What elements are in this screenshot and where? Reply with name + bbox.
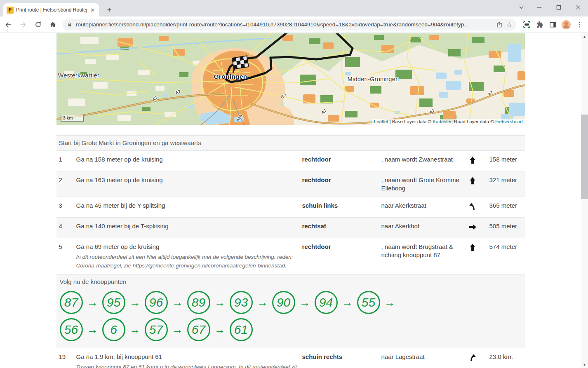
table-row: 19 Ga na 1.9 km. bij knooppunt 61 Tussen… [56, 348, 525, 368]
step-direction: schuin rechts [300, 353, 379, 368]
step-number: 3 [56, 202, 76, 213]
step-number: 5 [56, 243, 76, 270]
share-icon[interactable] [496, 21, 503, 28]
step-number: 1 [56, 155, 76, 167]
tab-search-chevron-icon[interactable] [515, 2, 527, 13]
step-direction: rechtdoor [300, 155, 379, 167]
knooppunt-badge: 56 [60, 318, 83, 341]
step-description: Ga na 163 meter op de kruising [76, 176, 300, 192]
capture-extension-icon[interactable] [520, 19, 533, 31]
straight-up-arrow-icon [468, 155, 487, 167]
step-number: 2 [56, 176, 76, 192]
route-directions-table: Start bij Grote Markt in Groningen en ga… [56, 135, 525, 368]
scroll-up-icon[interactable]: ▲ [581, 33, 588, 40]
window-minimize-icon[interactable] [533, 2, 546, 13]
step-description: Ga na 45 meter bij de Y-splitsing [76, 202, 300, 213]
step-street: , naam wordt Grote Kromme Elleboog [379, 176, 468, 192]
browser-tab[interactable]: F Print route | Fietsersbond Routep ✕ [3, 3, 99, 16]
step-number: 19 [56, 353, 76, 368]
window-maximize-icon[interactable] [553, 2, 565, 13]
kebab-menu-icon[interactable] [573, 19, 586, 31]
bear-left-arrow-icon [468, 202, 487, 213]
side-panel-icon[interactable] [547, 19, 559, 31]
arrow-right-icon: → [129, 297, 141, 308]
knooppunt-badge: 55 [357, 291, 380, 314]
scrollbar-thumb[interactable] [581, 115, 588, 199]
turn-right-arrow-icon [468, 222, 487, 234]
step-street: , naam wordt Zwanestraat [379, 155, 468, 167]
favicon: F [7, 7, 14, 14]
route-map[interactable]: Westerkwartier Groningen Midden-Groninge… [56, 33, 525, 125]
step-street: , naam wordt Brugstraat & richting knoop… [379, 243, 468, 270]
table-row: 1 Ga na 158 meter op de kruising rechtdo… [56, 150, 525, 171]
tab-title: Print route | Fietsersbond Routep [16, 7, 87, 13]
map-label-westerkwartier: Westerkwartier [58, 72, 100, 79]
knooppunten-section: Volg nu de knooppunten 87 → 95 → 96 → 89… [56, 274, 525, 348]
tab-strip: F Print route | Fietsersbond Routep ✕ + [0, 0, 588, 16]
knooppunt-badge: 95 [102, 291, 125, 314]
leaflet-link[interactable]: Leaflet [374, 119, 388, 124]
knooppunten-row: 87 → 95 → 96 → 89 → 93 → 90 → 94 → 55 → [60, 291, 522, 314]
step-distance: 158 meter [487, 155, 525, 167]
step-distance: 505 meter [487, 222, 525, 234]
arrow-right-icon: → [87, 324, 98, 335]
tab-close-icon[interactable]: ✕ [89, 7, 96, 13]
url-bar[interactable]: routeplanner.fietsersbond.nl/placeholder… [63, 19, 516, 30]
url-text[interactable]: routeplanner.fietsersbond.nl/placeholder… [76, 21, 492, 28]
knooppunt-badge: 6 [102, 318, 125, 341]
arrow-right-icon: → [172, 324, 183, 335]
knooppunten-row: 56 → 6 → 57 → 67 → 61 [60, 318, 522, 341]
new-tab-button[interactable]: + [104, 5, 115, 15]
bookmark-star-icon[interactable]: ☆ [506, 21, 512, 28]
map-label-groningen: Groningen [214, 73, 247, 80]
step-distance: 321 meter [487, 176, 525, 192]
arrow-right-icon: → [214, 297, 226, 308]
map-label-midden-groningen: Midden-Groningen [348, 76, 399, 82]
map-canvas[interactable] [56, 33, 525, 125]
map-attribution: Leaflet | Base Layer data © Kadaster, Ro… [372, 119, 525, 125]
fietsersbond-link[interactable]: Fietsersbond [495, 119, 522, 124]
knooppunt-badge: 94 [315, 291, 338, 314]
step-number: 4 [56, 222, 76, 234]
extensions-puzzle-icon[interactable] [534, 19, 546, 31]
knooppunt-badge: 57 [145, 318, 168, 341]
forward-icon[interactable] [16, 18, 30, 31]
knooppunt-badge: 90 [272, 291, 295, 314]
step-street: naar Akerkstraat [379, 202, 468, 213]
back-icon[interactable] [2, 18, 15, 31]
step-note: In dit routeonderdeel zit een Niet altij… [76, 253, 300, 270]
window-close-icon[interactable] [572, 2, 584, 13]
table-row: 3 Ga na 45 meter bij de Y-splitsing schu… [56, 197, 525, 217]
vertical-scrollbar[interactable]: ▲ ▼ [581, 33, 588, 368]
step-note: Tussen knooppunt 67 en 61 komt u in de w… [76, 363, 300, 368]
step-distance: 365 meter [487, 202, 525, 213]
kadaster-link[interactable]: Kadaster [433, 119, 451, 124]
table-row: 2 Ga na 163 meter op de kruising rechtdo… [56, 171, 525, 197]
map-scale-bar: 3 km [61, 115, 84, 122]
knooppunt-badge: 93 [230, 291, 253, 314]
step-street: naar Lagestraat [379, 353, 468, 368]
route-section-header: Start bij Grote Markt in Groningen en ga… [56, 135, 525, 150]
step-description: Ga na 1.9 km. bij knooppunt 61 Tussen kn… [76, 353, 300, 368]
step-distance: 574 meter [487, 243, 525, 270]
scroll-down-icon[interactable]: ▼ [581, 361, 588, 368]
table-row: 4 Ga na 140 meter bij de T-splitsing rec… [56, 217, 525, 238]
table-row: 5 Ga na 69 meter op de kruising In dit r… [56, 238, 525, 274]
step-description: Ga na 69 meter op de kruising In dit rou… [76, 243, 300, 270]
step-street: naar Akerkhof [379, 222, 468, 234]
arrow-right-icon: → [214, 324, 226, 335]
knooppunt-badge: 89 [187, 291, 210, 314]
browser-toolbar: routeplanner.fietsersbond.nl/placeholder… [0, 16, 588, 33]
home-icon[interactable] [46, 18, 59, 31]
straight-up-arrow-icon [468, 243, 487, 270]
knooppunt-badge: 67 [187, 318, 210, 341]
step-distance: 23.0 km. [487, 353, 525, 368]
reload-icon[interactable] [31, 18, 45, 31]
lock-icon [67, 22, 73, 28]
arrow-right-icon: → [342, 297, 353, 308]
arrow-right-icon: → [384, 297, 395, 308]
knooppunt-badge: 87 [60, 291, 83, 314]
step-description: Ga na 158 meter op de kruising [76, 155, 300, 167]
straight-up-arrow-icon [468, 176, 487, 192]
profile-avatar[interactable] [560, 19, 572, 31]
